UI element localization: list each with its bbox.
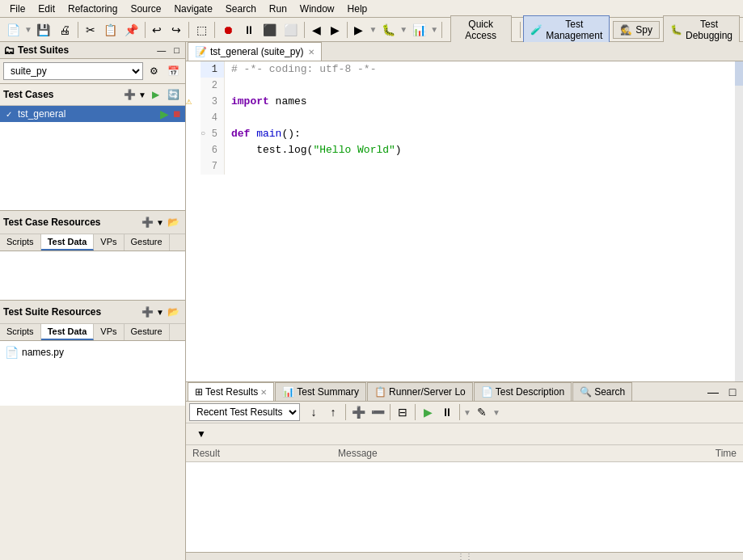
debug-button[interactable]: 🐛 bbox=[378, 20, 398, 40]
tab-test-results[interactable]: ⊞ Test Results ✕ bbox=[188, 382, 274, 401]
test-results-icon: ⊞ bbox=[195, 386, 203, 398]
code-editor[interactable]: 1 # -*- coding: utf-8 -*- 2 ⚠ 3 import n… bbox=[186, 61, 743, 381]
results-remove-btn[interactable]: ➖ bbox=[369, 403, 386, 421]
run-dropdown: ▼ bbox=[369, 25, 377, 34]
bottom-resize-handle[interactable]: ⋮⋮ bbox=[186, 552, 743, 560]
new-button[interactable]: 📄 bbox=[3, 20, 23, 40]
suite-dropdown[interactable]: suite_py bbox=[3, 62, 143, 80]
run-test-btn[interactable]: ▶ bbox=[146, 86, 164, 103]
suite-resource-file-list: 📄 names.py bbox=[0, 341, 185, 406]
suite-config-btn[interactable]: ⚙ bbox=[145, 62, 163, 80]
results-up-btn[interactable]: ↑ bbox=[324, 403, 342, 421]
right-panel: 📝 tst_general (suite_py) ✕ 1 # -*- codin… bbox=[186, 42, 743, 560]
results-step-btn[interactable]: ⏸ bbox=[438, 403, 456, 421]
select-button[interactable]: ⬚ bbox=[192, 20, 211, 40]
quick-access-button[interactable]: Quick Access bbox=[450, 15, 512, 44]
save-button[interactable]: 💾 bbox=[34, 20, 53, 40]
spy-label: Spy bbox=[635, 24, 652, 36]
tab-gesture-ts[interactable]: Gesture bbox=[125, 324, 170, 340]
tab-search[interactable]: 🔍 Search bbox=[572, 382, 632, 401]
bottom-maximize-btn[interactable]: □ bbox=[724, 383, 741, 401]
menu-run[interactable]: Run bbox=[263, 2, 293, 16]
editor-tab-tst-general[interactable]: 📝 tst_general (suite_py) ✕ bbox=[188, 42, 322, 61]
print-button[interactable]: 🖨 bbox=[55, 20, 74, 40]
test-case-checkbox[interactable]: ✓ bbox=[3, 108, 15, 120]
menu-search[interactable]: Search bbox=[219, 2, 263, 16]
tc-stop-icon[interactable]: ⏹ bbox=[172, 108, 182, 120]
test-suite-resource-tabs: Scripts Test Data VPs Gesture bbox=[0, 324, 185, 341]
step-button[interactable]: ⬛ bbox=[260, 20, 280, 40]
ts-resources-add-btn[interactable]: ➕ bbox=[138, 303, 156, 321]
pause-button[interactable]: ⏸ bbox=[239, 20, 259, 40]
filter-down-btn[interactable]: ▼ bbox=[192, 425, 210, 443]
bottom-minimize-btn[interactable]: — bbox=[704, 383, 722, 401]
results-add-btn[interactable]: ➕ bbox=[349, 403, 367, 421]
test-description-icon: 📄 bbox=[481, 386, 493, 398]
run-button[interactable]: ▶ bbox=[350, 20, 367, 40]
tab-vps-ts[interactable]: VPs bbox=[94, 324, 124, 340]
spy-button[interactable]: 🕵 Spy bbox=[613, 21, 660, 39]
tab-testdata-ts[interactable]: Test Data bbox=[41, 324, 95, 340]
bottom-sep1 bbox=[345, 404, 346, 420]
tab-test-summary[interactable]: 📊 Test Summary bbox=[275, 382, 366, 401]
ts-resources-folder-btn[interactable]: 📂 bbox=[164, 303, 182, 321]
editor-scrollbar[interactable] bbox=[735, 61, 743, 381]
refresh-btn[interactable]: 🔄 bbox=[164, 86, 182, 103]
tab-scripts-ts[interactable]: Scripts bbox=[0, 324, 41, 340]
tc-resources-folder-btn[interactable]: 📂 bbox=[164, 213, 182, 231]
code-line-1: 1 # -*- coding: utf-8 -*- bbox=[186, 61, 743, 78]
record-button[interactable]: ⏺ bbox=[218, 20, 238, 40]
results-grid-btn[interactable]: ⊟ bbox=[394, 403, 412, 421]
editor-tab-bar: 📝 tst_general (suite_py) ✕ bbox=[186, 42, 743, 61]
checkmark-icon: ✓ bbox=[6, 110, 12, 119]
editor-tab-close[interactable]: ✕ bbox=[308, 48, 315, 57]
tab-gesture-tc[interactable]: Gesture bbox=[125, 234, 170, 251]
paste-button[interactable]: 📌 bbox=[122, 20, 141, 40]
tc-resources-add-btn[interactable]: ➕ bbox=[138, 213, 156, 231]
results-play-btn[interactable]: ▶ bbox=[419, 403, 437, 421]
tab-scripts-tc[interactable]: Scripts bbox=[0, 234, 41, 251]
cut-button[interactable]: ✂ bbox=[82, 20, 99, 40]
minimize-suites-btn[interactable]: — bbox=[154, 44, 168, 56]
menu-file[interactable]: File bbox=[3, 2, 32, 16]
results-down-btn[interactable]: ↓ bbox=[305, 403, 323, 421]
tab-test-description[interactable]: 📄 Test Description bbox=[474, 382, 572, 401]
test-results-close[interactable]: ✕ bbox=[260, 388, 267, 397]
menu-refactoring[interactable]: Refactoring bbox=[61, 2, 124, 16]
test-btn2[interactable]: ⬜ bbox=[281, 20, 301, 40]
maximize-suites-btn[interactable]: □ bbox=[171, 44, 182, 56]
line-num-3: 3 bbox=[201, 94, 225, 110]
results-edit-btn[interactable]: ✎ bbox=[473, 403, 491, 421]
menu-window[interactable]: Window bbox=[293, 2, 341, 16]
menu-help[interactable]: Help bbox=[341, 2, 374, 16]
bottom-toolbar: Recent Test Results ↓ ↑ ➕ ➖ ⊟ ▶ ⏸ ▼ ✎ ▼ bbox=[186, 402, 743, 423]
copy-button[interactable]: 📋 bbox=[101, 20, 120, 40]
test-suite-resources-title: Test Suite Resources bbox=[3, 306, 138, 318]
tab-testdata-tc[interactable]: Test Data bbox=[41, 234, 95, 251]
back-button[interactable]: ◀ bbox=[308, 20, 325, 40]
suite-calendar-btn[interactable]: 📅 bbox=[164, 62, 182, 80]
menu-navigate[interactable]: Navigate bbox=[167, 2, 218, 16]
recent-results-dropdown[interactable]: Recent Test Results bbox=[189, 403, 300, 421]
menu-source[interactable]: Source bbox=[124, 2, 167, 16]
tc-run-icon[interactable]: ▶ bbox=[160, 107, 169, 120]
sep7 bbox=[441, 22, 442, 38]
undo-button[interactable]: ↩ bbox=[148, 20, 166, 40]
resource-file-item[interactable]: 📄 names.py bbox=[3, 344, 182, 360]
menu-edit[interactable]: Edit bbox=[32, 2, 61, 16]
test-management-button[interactable]: 🧪 Test Management bbox=[523, 15, 610, 44]
results-filter-bar: ▼ bbox=[186, 423, 743, 445]
tab-vps-tc[interactable]: VPs bbox=[94, 234, 124, 251]
code-line-5: 5○ def main(): bbox=[186, 126, 743, 142]
test-summary-label: Test Summary bbox=[297, 386, 359, 398]
test-debugging-button[interactable]: 🐛 Test Debugging bbox=[663, 15, 740, 44]
test-case-item[interactable]: ✓ tst_general ▶ ⏹ bbox=[0, 106, 185, 122]
tab-runner-log[interactable]: 📋 Runner/Server Lo bbox=[367, 382, 473, 401]
add-test-btn[interactable]: ➕ bbox=[120, 86, 138, 103]
test-suite-resources-header: Test Suite Resources ➕ ▼ 📂 bbox=[0, 301, 185, 324]
redo-button[interactable]: ↪ bbox=[167, 20, 185, 40]
code-line-2: 2 bbox=[186, 78, 743, 94]
profile-button[interactable]: 📊 bbox=[409, 20, 428, 40]
editor-scrollbar-thumb bbox=[735, 61, 743, 86]
forward-button[interactable]: ▶ bbox=[327, 20, 344, 40]
